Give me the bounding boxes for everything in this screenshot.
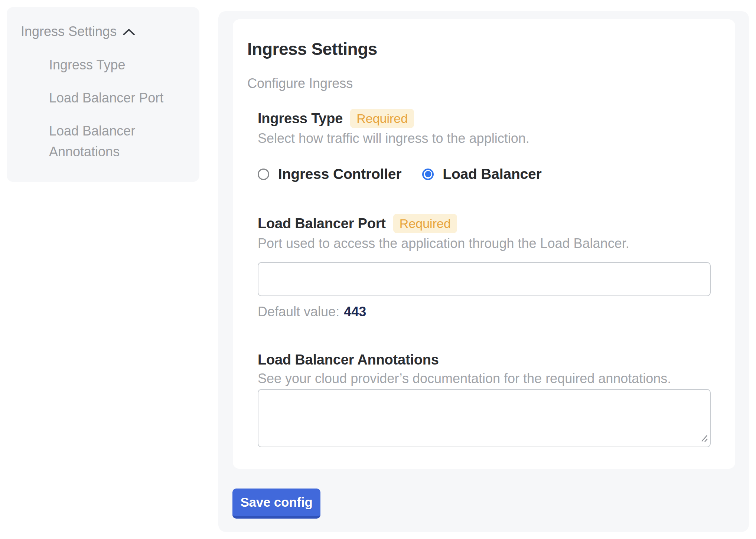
section-heading-row: Load Balancer Annotations [258,351,713,368]
settings-sidebar: Ingress Settings Ingress Type Load Balan… [7,7,199,182]
chevron-up-icon [123,27,135,36]
sidebar-item-ingress-type[interactable]: Ingress Type [49,55,185,75]
main-panel: Ingress Settings Configure Ingress Ingre… [218,11,749,532]
page-subtitle: Configure Ingress [247,75,713,92]
section-heading-ingress-type: Ingress Type [258,110,343,127]
annotations-textarea-wrap [258,389,711,447]
default-value-row: Default value:443 [258,304,713,320]
required-badge: Required [350,109,414,128]
radio-option-load-balancer[interactable]: Load Balancer [422,166,541,183]
radio-label: Ingress Controller [278,166,401,183]
ingress-type-radio-group: Ingress Controller Load Balancer [258,166,713,183]
sidebar-item-load-balancer-annotations[interactable]: Load Balancer Annotations [49,121,185,162]
load-balancer-annotations-textarea[interactable] [258,389,711,447]
sidebar-group-ingress-settings[interactable]: Ingress Settings [21,23,185,40]
section-heading-load-balancer-annotations: Load Balancer Annotations [258,351,439,368]
radio-unselected-icon[interactable] [258,169,269,180]
section-description: See your cloud provider’s documentation … [258,370,713,387]
radio-label: Load Balancer [443,166,541,183]
default-value: 443 [344,304,366,319]
ingress-settings-card: Ingress Settings Configure Ingress Ingre… [233,19,735,469]
section-heading-row: Ingress Type Required [258,109,713,128]
page-title: Ingress Settings [247,39,713,59]
section-ingress-type: Ingress Type Required Select how traffic… [258,109,713,183]
sidebar-item-list: Ingress Type Load Balancer Port Load Bal… [21,55,185,162]
save-config-button[interactable]: Save config [232,489,320,519]
default-value-label: Default value: [258,304,339,319]
radio-option-ingress-controller[interactable]: Ingress Controller [258,166,401,183]
required-badge: Required [393,214,457,233]
section-description: Port used to access the application thro… [258,235,713,252]
section-load-balancer-annotations: Load Balancer Annotations See your cloud… [258,351,713,447]
radio-selected-icon[interactable] [422,169,434,180]
sidebar-item-load-balancer-port[interactable]: Load Balancer Port [49,88,185,108]
sidebar-group-label: Ingress Settings [21,23,117,40]
load-balancer-port-input[interactable] [258,262,711,296]
section-description: Select how traffic will ingress to the a… [258,130,713,147]
section-heading-load-balancer-port: Load Balancer Port [258,215,386,232]
section-heading-row: Load Balancer Port Required [258,214,713,233]
section-load-balancer-port: Load Balancer Port Required Port used to… [258,214,713,320]
